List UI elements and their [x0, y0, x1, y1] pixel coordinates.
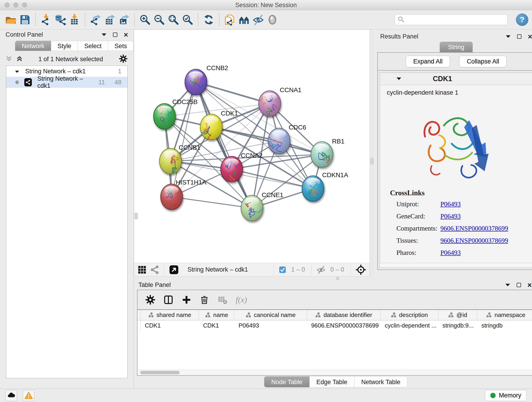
table-splitter-handle[interactable] — [336, 277, 339, 280]
save-session-button[interactable] — [18, 12, 32, 27]
network-canvas[interactable]: CCNB2 CCNA1 CDC25B CDK1 CDC6 RB1 CCNB1 C… — [134, 29, 370, 263]
crosslink-uniprot-link[interactable]: P06493 — [440, 200, 461, 208]
results-panel-close-icon[interactable]: × — [528, 33, 532, 40]
right-splitter-handle[interactable] — [370, 158, 374, 165]
apply-layout-button[interactable] — [202, 12, 216, 27]
add-column-icon[interactable] — [181, 295, 191, 305]
grid-view-icon[interactable] — [137, 265, 147, 274]
warning-icon[interactable] — [23, 390, 34, 401]
column-header-namespace[interactable]: namespace — [477, 310, 532, 320]
crosslink-tissues-link[interactable]: 9606.ENSP00000378699 — [440, 237, 508, 244]
zoom-fit-button[interactable] — [166, 12, 181, 27]
network-node-RB1[interactable]: RB1 — [311, 138, 344, 167]
column-header-description[interactable]: description — [380, 310, 438, 320]
right-splitter[interactable] — [370, 29, 375, 276]
new-network-from-selection-button[interactable] — [223, 12, 237, 27]
network-edge-CCNB2-CCNA1[interactable] — [196, 82, 270, 104]
hide-selected-button[interactable] — [251, 12, 265, 27]
memory-button[interactable]: Memory — [485, 390, 526, 401]
table-tab-edge-table[interactable]: Edge Table — [310, 376, 355, 387]
results-tab-string[interactable]: String — [440, 42, 473, 52]
collection-count: 1 — [118, 68, 121, 75]
crosslink-label: Tissues: — [396, 237, 440, 244]
column-header-shared-name[interactable]: shared name — [141, 310, 199, 320]
table-row[interactable]: CDK1CDK1P064939606.ENSP00000378699cyclin… — [138, 320, 532, 331]
zoom-fit-icon — [169, 15, 177, 24]
minimize-window-button[interactable] — [13, 2, 18, 7]
close-window-button[interactable] — [5, 2, 10, 7]
control-panel-menu-icon[interactable] — [101, 33, 107, 36]
table-panel-menu-icon[interactable] — [505, 283, 510, 287]
tab-style[interactable]: Style — [51, 41, 78, 51]
table-splitter[interactable] — [134, 276, 532, 281]
zoom-window-button[interactable] — [22, 2, 27, 7]
open-in-window-icon[interactable] — [169, 264, 179, 275]
table-options-gear-icon[interactable] — [145, 295, 155, 305]
folder-open-icon — [6, 17, 17, 24]
crosslink-genecard-link[interactable]: P06493 — [440, 212, 461, 220]
delete-table-icon[interactable] — [217, 294, 228, 305]
collapse-all-button[interactable]: Collapse All — [459, 56, 507, 67]
crosslink-compartments-link[interactable]: 9606.ENSP00000378699 — [440, 225, 508, 232]
birds-eye-crosshair-icon[interactable] — [355, 264, 366, 275]
tab-select[interactable]: Select — [78, 41, 108, 51]
table-tab-network-table[interactable]: Network Table — [355, 376, 408, 387]
export-table-button[interactable] — [103, 12, 117, 27]
control-panel-close-icon[interactable]: × — [124, 31, 128, 38]
search-icon — [398, 16, 404, 24]
network-row-selected[interactable]: String Network – cdk1 11 48 — [6, 77, 127, 88]
column-header-canonical-name[interactable]: canonical name — [234, 310, 307, 320]
import-network-button[interactable] — [39, 12, 53, 27]
help-button[interactable]: ? — [516, 13, 528, 26]
import-network-from-database-button[interactable] — [53, 12, 67, 27]
hidden-eye-slash-icon[interactable] — [316, 265, 326, 274]
search-input[interactable] — [404, 16, 505, 23]
export-network-button[interactable] — [89, 12, 103, 27]
network-share-icon[interactable] — [150, 265, 159, 274]
zoom-in-button[interactable] — [138, 12, 152, 27]
results-panel-float-icon[interactable] — [517, 34, 521, 39]
show-columns-icon[interactable] — [163, 294, 174, 305]
collapse-all-networks-icon[interactable] — [6, 56, 12, 62]
table-hscrollbar-thumb[interactable] — [140, 371, 180, 374]
left-splitter-handle[interactable] — [134, 213, 138, 220]
network-node-HIST1H1A[interactable]: HIST1H1A — [161, 179, 206, 210]
node-label-CDK1: CDK1 — [221, 110, 238, 117]
cloud-status-icon[interactable] — [6, 390, 17, 401]
network-node-CCNE1[interactable]: CCNE1 — [241, 191, 283, 221]
crosslink-row: Pharos: P06493 — [396, 249, 532, 256]
table-panel-float-icon[interactable] — [517, 283, 521, 287]
zoom-out-button[interactable] — [152, 12, 166, 27]
column-header-database-identifier[interactable]: database identifier — [307, 310, 380, 320]
show-all-button[interactable] — [265, 12, 279, 27]
results-panel-menu-icon[interactable] — [506, 35, 511, 38]
network-edge-HIST1H1A-CCNE1[interactable] — [172, 197, 252, 208]
tab-sets[interactable]: Sets — [108, 41, 133, 51]
table-hscrollbar[interactable] — [138, 370, 532, 375]
first-neighbors-button[interactable] — [237, 12, 251, 27]
network-options-gear-icon[interactable] — [119, 54, 128, 64]
expand-all-button[interactable]: Expand All — [406, 56, 450, 67]
search-box[interactable] — [394, 14, 508, 25]
network-node-CDKN1A[interactable]: CDKN1A — [302, 172, 348, 201]
network-node-CCNA1[interactable]: CCNA1 — [259, 86, 302, 116]
open-file-button[interactable] — [4, 12, 18, 27]
export-image-button[interactable] — [117, 12, 131, 27]
expand-all-networks-icon[interactable] — [17, 56, 22, 62]
network-edge-CCNB2-CCNE1[interactable] — [196, 82, 252, 208]
network-node-CCNB1[interactable]: CCNB1 — [159, 144, 201, 174]
control-panel-float-icon[interactable] — [113, 32, 117, 37]
column-header-@id[interactable]: @id — [438, 310, 477, 320]
crosslink-pharos-link[interactable]: P06493 — [440, 249, 461, 256]
column-header-name[interactable]: name — [199, 310, 234, 320]
selected-checkbox-icon[interactable] — [278, 266, 287, 274]
function-builder-icon[interactable]: f(x) — [235, 295, 247, 305]
table-cell: CDK1 — [141, 320, 199, 331]
import-table-button[interactable] — [67, 12, 82, 27]
zoom-selected-button[interactable] — [181, 12, 195, 27]
table-panel-close-icon[interactable]: × — [527, 281, 532, 289]
table-tab-node-table[interactable]: Node Table — [264, 376, 310, 387]
collection-expander-icon[interactable] — [15, 68, 19, 75]
delete-column-icon[interactable] — [199, 295, 209, 305]
tab-network[interactable]: Network — [15, 41, 51, 51]
